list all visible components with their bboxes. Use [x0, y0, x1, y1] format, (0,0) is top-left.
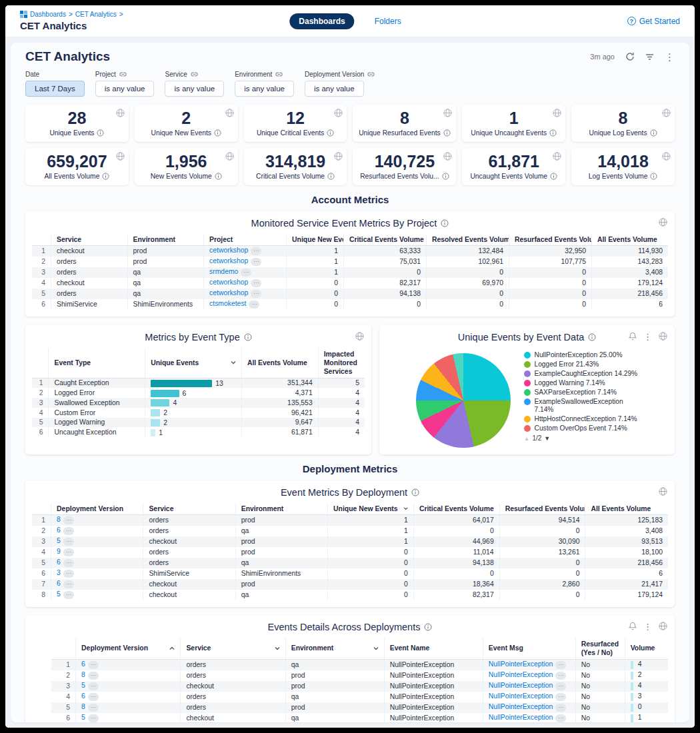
project-link[interactable]: srmdemo: [209, 268, 238, 275]
bell-icon[interactable]: [629, 331, 637, 343]
column-header-unique-new[interactable]: Unique New Events: [328, 503, 414, 515]
column-header-service[interactable]: Service: [51, 234, 127, 246]
more-actions-icon[interactable]: ⋯: [88, 672, 99, 680]
info-icon[interactable]: [244, 333, 252, 341]
info-icon[interactable]: [442, 173, 449, 180]
more-actions-icon[interactable]: ⋯: [555, 661, 566, 669]
column-header-resurfaced[interactable]: Resurfaced (Yes / No): [575, 638, 625, 660]
column-header-impacted[interactable]: Impacted Monitored Services: [318, 348, 365, 378]
event-msg-link[interactable]: NullPointerException: [489, 714, 553, 721]
legend-page-down-icon[interactable]: ▼: [544, 435, 550, 442]
more-actions-icon[interactable]: ⋯: [63, 580, 74, 588]
globe-icon[interactable]: [662, 108, 671, 120]
globe-icon[interactable]: [334, 108, 343, 120]
column-header-event-type[interactable]: Event Type: [49, 348, 145, 378]
info-icon[interactable]: [102, 173, 109, 180]
project-link[interactable]: cetworkshop: [209, 247, 248, 254]
get-started-link[interactable]: ? Get Started: [627, 17, 680, 26]
more-actions-icon[interactable]: ⋯: [555, 672, 566, 680]
deployment-version-link[interactable]: 3: [57, 569, 61, 576]
legend-item[interactable]: NullPointerException 25.00%: [524, 351, 639, 359]
more-actions-icon[interactable]: ⋯: [251, 247, 261, 255]
globe-icon[interactable]: [443, 151, 452, 163]
info-icon[interactable]: [424, 623, 432, 631]
event-msg-link[interactable]: NullPointerException: [489, 703, 553, 710]
legend-item[interactable]: SAXParseException 7.14%: [524, 388, 639, 396]
column-header-project[interactable]: Project: [204, 234, 287, 246]
info-icon[interactable]: [549, 129, 557, 137]
date-filter-chip[interactable]: Last 7 Days: [25, 81, 85, 97]
column-header-event-name[interactable]: Event Name: [384, 638, 483, 660]
tab-folders[interactable]: Folders: [365, 13, 411, 29]
globe-icon[interactable]: [116, 151, 125, 163]
more-actions-icon[interactable]: ⋯: [88, 661, 99, 669]
deployment-version-link[interactable]: 8: [81, 703, 85, 710]
column-header-resolved[interactable]: Resolved Events Volume: [426, 234, 509, 246]
project-link[interactable]: cetworkshop: [209, 289, 248, 297]
deployment-version-link[interactable]: 8: [81, 671, 85, 678]
column-header-event-msg[interactable]: Event Msg: [483, 638, 575, 660]
deployment-version-link[interactable]: 6: [81, 692, 85, 700]
globe-icon[interactable]: [553, 151, 561, 163]
info-icon[interactable]: [97, 129, 104, 137]
column-header-environment[interactable]: Environment: [235, 503, 327, 515]
project-link[interactable]: cetworkshop: [209, 257, 248, 265]
bell-icon[interactable]: [629, 621, 637, 633]
info-icon[interactable]: [327, 129, 334, 137]
event-msg-link[interactable]: NullPointerException: [489, 692, 553, 700]
column-header-volume[interactable]: Volume: [625, 638, 668, 660]
info-icon[interactable]: [588, 333, 596, 341]
legend-item[interactable]: ExampleCaughtException 14.29%: [524, 370, 639, 378]
kebab-menu-icon[interactable]: ⋮: [665, 52, 675, 62]
more-actions-icon[interactable]: ⋯: [88, 704, 99, 712]
more-actions-icon[interactable]: ⋯: [555, 693, 566, 701]
more-actions-icon[interactable]: ⋯: [63, 548, 74, 556]
deployment-version-link[interactable]: 5: [57, 537, 61, 544]
globe-icon[interactable]: [659, 217, 667, 229]
column-header-unique-new[interactable]: Unique New Ever: [287, 234, 344, 246]
legend-item[interactable]: ExampleSwallowedException 7.14%: [524, 398, 639, 414]
deployment-version-link[interactable]: 8: [57, 516, 61, 523]
globe-icon[interactable]: [355, 331, 364, 343]
info-icon[interactable]: [650, 129, 657, 137]
globe-icon[interactable]: [443, 108, 452, 120]
info-icon[interactable]: [215, 173, 222, 180]
deployment-version-link[interactable]: 6: [57, 580, 61, 587]
deployment-version-link[interactable]: 6: [81, 660, 85, 668]
more-actions-icon[interactable]: ⋯: [555, 682, 566, 690]
info-icon[interactable]: [443, 129, 451, 137]
column-header-all[interactable]: All Events Volume: [591, 234, 668, 246]
pie-chart[interactable]: [416, 353, 511, 448]
more-actions-icon[interactable]: ⋯: [241, 269, 251, 277]
column-header-critical[interactable]: Critical Events Volume: [343, 234, 426, 246]
column-header-service[interactable]: Service: [181, 638, 285, 660]
more-actions-icon[interactable]: ⋯: [555, 714, 566, 722]
deployment-version-link[interactable]: 9: [57, 548, 61, 555]
more-actions-icon[interactable]: ⋯: [88, 693, 99, 701]
legend-item[interactable]: Logged Warning 7.14%: [524, 379, 639, 387]
legend-item[interactable]: Custom OverOps Event 7.14%: [524, 424, 639, 432]
more-actions-icon[interactable]: ⋯: [63, 570, 74, 578]
column-header-all[interactable]: All Events Volume: [585, 503, 668, 515]
column-header-deployment-version[interactable]: Deployment Version: [51, 503, 143, 515]
kebab-menu-icon[interactable]: ⋮: [643, 333, 652, 341]
filter-icon[interactable]: [645, 53, 654, 61]
column-header-critical[interactable]: Critical Events Volume: [413, 503, 499, 515]
deployment-version-link[interactable]: 5: [81, 714, 85, 721]
more-actions-icon[interactable]: ⋯: [555, 704, 566, 712]
globe-icon[interactable]: [116, 108, 125, 120]
deployment-version-link[interactable]: 6: [57, 526, 61, 534]
event-msg-link[interactable]: NullPointerException: [489, 671, 553, 678]
legend-item[interactable]: Logged Error 21.43%: [524, 361, 639, 368]
environment-filter-chip[interactable]: is any value: [235, 81, 294, 97]
info-icon[interactable]: [411, 488, 419, 496]
deployment-version-link[interactable]: 5: [57, 590, 61, 598]
kebab-menu-icon[interactable]: ⋮: [643, 622, 652, 631]
globe-icon[interactable]: [225, 108, 234, 120]
globe-icon[interactable]: [334, 151, 343, 163]
more-actions-icon[interactable]: ⋯: [63, 527, 74, 535]
deployment-version-link[interactable]: 6: [57, 558, 61, 566]
info-icon[interactable]: [441, 219, 449, 227]
project-link[interactable]: ctsmoketest: [209, 300, 246, 307]
column-header-all-volume[interactable]: All Events Volume: [241, 348, 318, 378]
